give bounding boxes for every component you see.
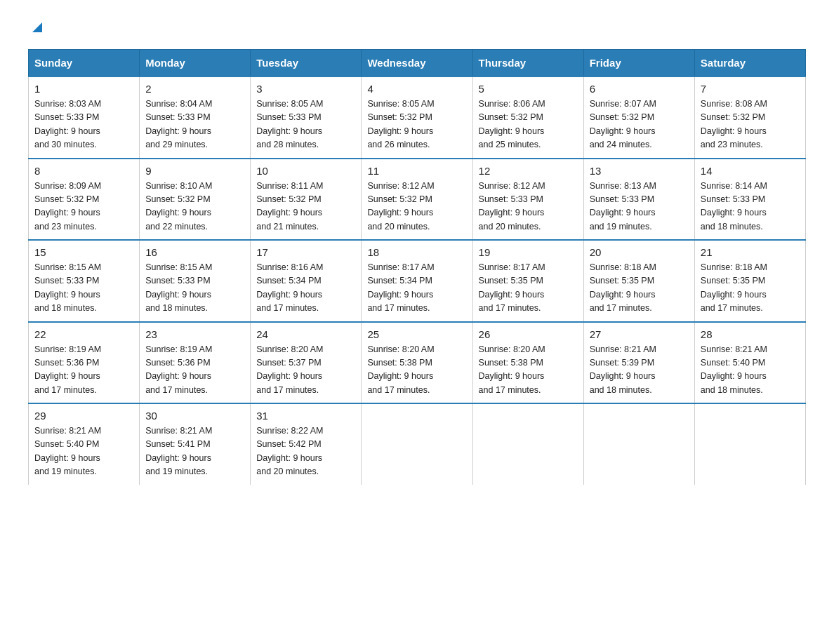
day-info: Sunrise: 8:21 AMSunset: 5:39 PMDaylight:… — [590, 344, 656, 395]
day-info: Sunrise: 8:18 AMSunset: 5:35 PMDaylight:… — [590, 262, 656, 313]
day-number: 18 — [367, 246, 466, 258]
calendar-cell: 20 Sunrise: 8:18 AMSunset: 5:35 PMDaylig… — [583, 240, 694, 322]
day-info: Sunrise: 8:03 AMSunset: 5:33 PMDaylight:… — [34, 99, 101, 149]
day-info: Sunrise: 8:05 AMSunset: 5:33 PMDaylight:… — [256, 99, 323, 149]
day-number: 14 — [701, 165, 800, 177]
calendar-cell: 30 Sunrise: 8:21 AMSunset: 5:41 PMDaylig… — [140, 403, 251, 485]
day-info: Sunrise: 8:20 AMSunset: 5:38 PMDaylight:… — [479, 344, 545, 395]
day-info: Sunrise: 8:20 AMSunset: 5:38 PMDaylight:… — [367, 344, 434, 395]
calendar-cell: 12 Sunrise: 8:12 AMSunset: 5:33 PMDaylig… — [472, 159, 583, 241]
day-number: 4 — [367, 83, 466, 95]
day-info: Sunrise: 8:15 AMSunset: 5:33 PMDaylight:… — [145, 262, 212, 313]
day-info: Sunrise: 8:10 AMSunset: 5:32 PMDaylight:… — [145, 181, 212, 232]
day-info: Sunrise: 8:21 AMSunset: 5:41 PMDaylight:… — [145, 426, 212, 476]
calendar-cell: 23 Sunrise: 8:19 AMSunset: 5:36 PMDaylig… — [140, 322, 251, 404]
calendar-cell: 31 Sunrise: 8:22 AMSunset: 5:42 PMDaylig… — [251, 403, 362, 485]
day-number: 6 — [590, 83, 689, 95]
day-info: Sunrise: 8:15 AMSunset: 5:33 PMDaylight:… — [34, 262, 101, 313]
day-number: 24 — [256, 328, 355, 340]
day-info: Sunrise: 8:18 AMSunset: 5:35 PMDaylight:… — [701, 262, 767, 313]
day-info: Sunrise: 8:21 AMSunset: 5:40 PMDaylight:… — [34, 426, 101, 476]
calendar-cell: 11 Sunrise: 8:12 AMSunset: 5:32 PMDaylig… — [362, 159, 472, 241]
calendar-cell: 4 Sunrise: 8:05 AMSunset: 5:32 PMDayligh… — [362, 76, 472, 159]
day-number: 27 — [590, 328, 689, 340]
day-info: Sunrise: 8:04 AMSunset: 5:33 PMDaylight:… — [145, 99, 212, 149]
day-number: 13 — [590, 165, 689, 177]
logo — [28, 21, 45, 35]
page-header — [28, 21, 806, 35]
calendar-cell: 24 Sunrise: 8:20 AMSunset: 5:37 PMDaylig… — [251, 322, 362, 404]
calendar-cell: 27 Sunrise: 8:21 AMSunset: 5:39 PMDaylig… — [583, 322, 694, 404]
day-info: Sunrise: 8:20 AMSunset: 5:37 PMDaylight:… — [256, 344, 323, 395]
day-number: 25 — [367, 328, 466, 340]
calendar-cell: 16 Sunrise: 8:15 AMSunset: 5:33 PMDaylig… — [140, 240, 251, 322]
calendar-cell: 3 Sunrise: 8:05 AMSunset: 5:33 PMDayligh… — [251, 76, 362, 159]
calendar-cell: 1 Sunrise: 8:03 AMSunset: 5:33 PMDayligh… — [29, 76, 140, 159]
calendar-header-row: SundayMondayTuesdayWednesdayThursdayFrid… — [29, 50, 806, 77]
calendar-cell — [583, 403, 694, 485]
day-number: 3 — [256, 83, 355, 95]
col-header-tuesday: Tuesday — [251, 50, 362, 77]
day-info: Sunrise: 8:09 AMSunset: 5:32 PMDaylight:… — [34, 181, 101, 232]
svg-marker-0 — [32, 22, 42, 32]
day-number: 20 — [590, 246, 689, 258]
day-number: 19 — [479, 246, 578, 258]
calendar-cell: 10 Sunrise: 8:11 AMSunset: 5:32 PMDaylig… — [251, 159, 362, 241]
calendar-week-row: 29 Sunrise: 8:21 AMSunset: 5:40 PMDaylig… — [29, 403, 806, 485]
day-info: Sunrise: 8:19 AMSunset: 5:36 PMDaylight:… — [145, 344, 212, 395]
day-info: Sunrise: 8:13 AMSunset: 5:33 PMDaylight:… — [590, 181, 656, 232]
day-info: Sunrise: 8:21 AMSunset: 5:40 PMDaylight:… — [701, 344, 767, 395]
calendar-cell — [694, 403, 805, 485]
day-info: Sunrise: 8:22 AMSunset: 5:42 PMDaylight:… — [256, 426, 323, 476]
day-number: 22 — [34, 328, 133, 340]
day-number: 5 — [479, 83, 578, 95]
calendar-cell: 25 Sunrise: 8:20 AMSunset: 5:38 PMDaylig… — [362, 322, 472, 404]
day-number: 17 — [256, 246, 355, 258]
calendar-cell: 6 Sunrise: 8:07 AMSunset: 5:32 PMDayligh… — [583, 76, 694, 159]
calendar-cell: 18 Sunrise: 8:17 AMSunset: 5:34 PMDaylig… — [362, 240, 472, 322]
calendar-cell — [362, 403, 472, 485]
day-number: 12 — [479, 165, 578, 177]
day-number: 29 — [34, 410, 133, 422]
calendar-cell: 15 Sunrise: 8:15 AMSunset: 5:33 PMDaylig… — [29, 240, 140, 322]
day-number: 15 — [34, 246, 133, 258]
day-number: 28 — [701, 328, 800, 340]
calendar-cell: 13 Sunrise: 8:13 AMSunset: 5:33 PMDaylig… — [583, 159, 694, 241]
calendar-cell: 7 Sunrise: 8:08 AMSunset: 5:32 PMDayligh… — [694, 76, 805, 159]
day-info: Sunrise: 8:14 AMSunset: 5:33 PMDaylight:… — [701, 181, 767, 232]
day-info: Sunrise: 8:08 AMSunset: 5:32 PMDaylight:… — [701, 99, 767, 149]
day-info: Sunrise: 8:16 AMSunset: 5:34 PMDaylight:… — [256, 262, 323, 313]
calendar-cell: 22 Sunrise: 8:19 AMSunset: 5:36 PMDaylig… — [29, 322, 140, 404]
calendar-cell: 21 Sunrise: 8:18 AMSunset: 5:35 PMDaylig… — [694, 240, 805, 322]
col-header-wednesday: Wednesday — [362, 50, 472, 77]
day-number: 9 — [145, 165, 244, 177]
calendar-cell: 28 Sunrise: 8:21 AMSunset: 5:40 PMDaylig… — [694, 322, 805, 404]
day-number: 1 — [34, 83, 133, 95]
calendar-cell: 14 Sunrise: 8:14 AMSunset: 5:33 PMDaylig… — [694, 159, 805, 241]
logo-triangle-icon — [29, 20, 45, 35]
day-info: Sunrise: 8:17 AMSunset: 5:35 PMDaylight:… — [479, 262, 545, 313]
calendar-cell: 8 Sunrise: 8:09 AMSunset: 5:32 PMDayligh… — [29, 159, 140, 241]
day-number: 26 — [479, 328, 578, 340]
day-info: Sunrise: 8:11 AMSunset: 5:32 PMDaylight:… — [256, 181, 323, 232]
day-info: Sunrise: 8:19 AMSunset: 5:36 PMDaylight:… — [34, 344, 101, 395]
day-number: 10 — [256, 165, 355, 177]
day-info: Sunrise: 8:17 AMSunset: 5:34 PMDaylight:… — [367, 262, 434, 313]
calendar-cell: 19 Sunrise: 8:17 AMSunset: 5:35 PMDaylig… — [472, 240, 583, 322]
day-info: Sunrise: 8:06 AMSunset: 5:32 PMDaylight:… — [479, 99, 545, 149]
day-info: Sunrise: 8:12 AMSunset: 5:32 PMDaylight:… — [367, 181, 434, 232]
calendar-table: SundayMondayTuesdayWednesdayThursdayFrid… — [28, 49, 806, 485]
day-number: 7 — [701, 83, 800, 95]
calendar-week-row: 15 Sunrise: 8:15 AMSunset: 5:33 PMDaylig… — [29, 240, 806, 322]
col-header-sunday: Sunday — [29, 50, 140, 77]
calendar-week-row: 22 Sunrise: 8:19 AMSunset: 5:36 PMDaylig… — [29, 322, 806, 404]
col-header-monday: Monday — [140, 50, 251, 77]
col-header-friday: Friday — [583, 50, 694, 77]
day-info: Sunrise: 8:12 AMSunset: 5:33 PMDaylight:… — [479, 181, 545, 232]
calendar-week-row: 8 Sunrise: 8:09 AMSunset: 5:32 PMDayligh… — [29, 159, 806, 241]
calendar-cell: 26 Sunrise: 8:20 AMSunset: 5:38 PMDaylig… — [472, 322, 583, 404]
day-info: Sunrise: 8:07 AMSunset: 5:32 PMDaylight:… — [590, 99, 656, 149]
day-number: 8 — [34, 165, 133, 177]
day-number: 31 — [256, 410, 355, 422]
day-number: 16 — [145, 246, 244, 258]
